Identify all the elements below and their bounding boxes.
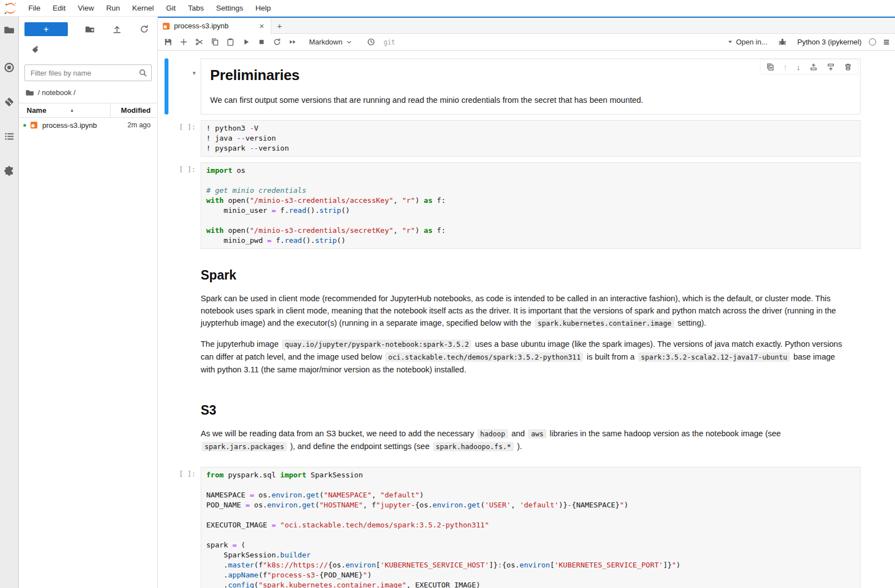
kernel-name-button[interactable]: Python 3 (ipykernel) bbox=[797, 38, 862, 46]
execution-time-button[interactable] bbox=[364, 34, 379, 50]
inline-code: hadoop bbox=[478, 429, 508, 438]
menu-view[interactable]: View bbox=[72, 0, 100, 17]
tab-process-s3[interactable]: process-s3.ipynb × bbox=[158, 18, 271, 34]
save-button[interactable] bbox=[160, 34, 176, 50]
interrupt-kernel-button[interactable] bbox=[253, 34, 269, 50]
insert-cell-below-button[interactable] bbox=[827, 63, 835, 71]
cell-prompt bbox=[172, 390, 201, 461]
code-line: .appName(f"process-s3-{POD_NAME}") bbox=[206, 570, 855, 580]
new-launcher-button[interactable]: + bbox=[24, 22, 68, 36]
markdown-cell-spark[interactable]: Spark Spark can be used in client mode (… bbox=[165, 255, 895, 384]
insert-cell-above-button[interactable] bbox=[809, 63, 818, 71]
cell-collapser[interactable] bbox=[165, 390, 168, 461]
delete-cell-button[interactable] bbox=[844, 63, 852, 71]
git-clone-button[interactable] bbox=[19, 36, 157, 57]
inline-code: spark.hadoopo.fs.* bbox=[433, 442, 514, 451]
code-editor[interactable]: import os # get minio credentialswith op… bbox=[201, 162, 861, 249]
inline-code: spark.kubernetes.container.image bbox=[535, 318, 674, 328]
code-line: spark = ( bbox=[206, 540, 855, 550]
search-icon bbox=[138, 68, 147, 79]
heading-collapse-icon[interactable]: ▾ bbox=[192, 69, 196, 76]
kernel-status-icon[interactable] bbox=[869, 38, 876, 46]
new-folder-button[interactable] bbox=[84, 24, 95, 35]
file-browser-panel: + / not bbox=[19, 17, 158, 588]
cell-collapser[interactable] bbox=[165, 255, 168, 384]
restart-run-all-button[interactable] bbox=[285, 34, 300, 50]
file-browser-tab[interactable] bbox=[0, 21, 19, 38]
cell-prompt: [ ]: bbox=[172, 120, 201, 157]
code-line: EXECUTOR_IMAGE = "oci.stackable.tech/dem… bbox=[206, 520, 855, 530]
puzzle-icon bbox=[4, 166, 14, 176]
notebook-scroll-area[interactable]: ↑ ↓ ▾ bbox=[158, 51, 895, 588]
upload-button[interactable] bbox=[111, 24, 122, 35]
restart-kernel-button[interactable] bbox=[269, 34, 285, 50]
menu-settings[interactable]: Settings bbox=[210, 0, 250, 17]
insert-below-icon bbox=[827, 63, 835, 71]
run-cell-button[interactable] bbox=[238, 34, 253, 50]
cell-type-dropdown[interactable]: Markdown bbox=[309, 38, 352, 46]
clock-icon bbox=[367, 38, 375, 46]
markdown-cell-s3[interactable]: S3 As we will be reading data from an S3… bbox=[165, 390, 895, 461]
new-tab-button[interactable]: + bbox=[271, 18, 288, 33]
copy-cell-button[interactable] bbox=[207, 34, 222, 50]
git-icon bbox=[4, 97, 14, 107]
code-line: ! python3 -V bbox=[206, 123, 855, 133]
code-editor[interactable]: ! python3 -V! java --version! pyspark --… bbox=[201, 120, 861, 157]
menu-tabs[interactable]: Tabs bbox=[182, 0, 210, 17]
move-cell-up-button[interactable]: ↑ bbox=[783, 62, 788, 72]
cell-collapser[interactable] bbox=[165, 58, 168, 114]
open-in-dropdown[interactable]: Open in... bbox=[727, 38, 767, 46]
insert-cell-button[interactable] bbox=[176, 34, 191, 50]
cell-collapser[interactable] bbox=[165, 120, 168, 157]
filter-files-input[interactable] bbox=[24, 64, 152, 81]
cell-collapser[interactable] bbox=[165, 467, 168, 588]
move-cell-down-button[interactable]: ↓ bbox=[797, 62, 801, 72]
code-line bbox=[206, 510, 855, 520]
refresh-files-button[interactable] bbox=[138, 24, 150, 35]
paste-icon bbox=[226, 38, 235, 46]
code-cell-spark-session[interactable]: [ ]: from pyspark.sql import SparkSessio… bbox=[165, 467, 895, 588]
markdown-paragraph: The jupyterhub image quay.io/jupyter/pys… bbox=[201, 338, 846, 376]
menu-edit[interactable]: Edit bbox=[47, 0, 72, 17]
cell-toolbar: ↑ ↓ bbox=[760, 59, 858, 74]
plus-icon bbox=[180, 38, 188, 46]
cell-prompt bbox=[172, 255, 201, 384]
code-cell-minio-credentials[interactable]: [ ]: import os # get minio credentialswi… bbox=[165, 162, 895, 249]
code-line: .config("spark.kubernetes.container.imag… bbox=[206, 580, 855, 588]
file-list-header: Name ▲ Modified bbox=[19, 103, 157, 118]
toolbar-overflow-menu[interactable]: ≡ bbox=[883, 37, 889, 47]
markdown-h1: Preliminaries bbox=[210, 67, 851, 84]
code-editor[interactable]: from pyspark.sql import SparkSession NAM… bbox=[201, 467, 861, 588]
running-sessions-tab[interactable] bbox=[0, 59, 19, 76]
menu-bar: File Edit View Run Kernel Git Tabs Setti… bbox=[0, 0, 895, 17]
menu-kernel[interactable]: Kernel bbox=[126, 0, 160, 17]
code-line: SparkSession.builder bbox=[206, 550, 855, 560]
stop-icon bbox=[257, 38, 266, 46]
caret-down-icon bbox=[727, 39, 733, 45]
paste-cell-button[interactable] bbox=[222, 34, 238, 50]
column-name[interactable]: Name ▲ bbox=[19, 103, 111, 117]
breadcrumb[interactable]: / notebook / bbox=[19, 81, 157, 103]
code-cell-versions[interactable]: [ ]: ! python3 -V! java --version! pyspa… bbox=[165, 120, 895, 157]
code-line: .master(f"k8s://https://{os.environ['KUB… bbox=[206, 560, 855, 570]
inline-code: oci.stackable.tech/demos/spark:3.5.2-pyt… bbox=[385, 352, 583, 362]
column-modified[interactable]: Modified bbox=[111, 106, 157, 114]
cut-cell-button[interactable] bbox=[191, 34, 207, 50]
activity-sidebar bbox=[0, 17, 19, 588]
menu-help[interactable]: Help bbox=[249, 0, 277, 17]
new-folder-icon bbox=[85, 24, 95, 34]
cell-collapser[interactable] bbox=[165, 162, 168, 249]
duplicate-cell-button[interactable] bbox=[766, 63, 774, 71]
code-line: # get minio credentials bbox=[206, 186, 855, 196]
debugger-button[interactable] bbox=[774, 34, 790, 50]
close-tab-icon[interactable]: × bbox=[257, 21, 266, 31]
menu-run[interactable]: Run bbox=[100, 0, 126, 17]
markdown-h2: Spark bbox=[201, 268, 861, 283]
git-tab[interactable] bbox=[0, 93, 19, 110]
file-row[interactable]: process-s3.ipynb 2m ago bbox=[19, 118, 157, 132]
extension-manager-tab[interactable] bbox=[0, 162, 19, 179]
menu-git[interactable]: Git bbox=[160, 0, 182, 17]
tab-bar: process-s3.ipynb × + bbox=[158, 18, 895, 34]
menu-file[interactable]: File bbox=[22, 0, 47, 17]
table-of-contents-tab[interactable] bbox=[0, 128, 19, 144]
